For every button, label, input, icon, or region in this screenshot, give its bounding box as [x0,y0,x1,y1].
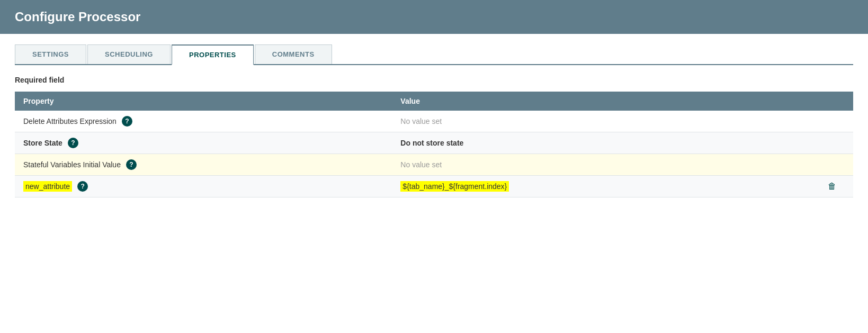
property-cell: Stateful Variables Initial Value ? [23,159,383,170]
property-name: Store State [23,139,62,147]
tab-properties[interactable]: PROPERTIES [172,44,254,65]
value-cell: Do not store state [400,139,463,147]
value-cell-highlighted: ${tab_name}_${fragment.index} [400,181,509,192]
action-cell [811,111,853,132]
help-icon[interactable]: ? [77,181,88,192]
tab-settings[interactable]: SETTINGS [15,44,86,64]
tab-scheduling[interactable]: SCHEDULING [87,44,171,64]
table-row: Stateful Variables Initial Value ? No va… [15,154,853,176]
property-cell: new_attribute ? [23,181,383,192]
property-cell: Delete Attributes Expression ? [23,116,383,127]
table-row: Store State ? Do not store state [15,132,853,154]
property-name: Stateful Variables Initial Value [23,160,121,169]
table-row: Delete Attributes Expression ? No value … [15,111,853,132]
page-title: Configure Processor [15,10,853,24]
property-name-highlighted: new_attribute [23,181,72,192]
value-cell: No value set [400,160,442,169]
help-icon[interactable]: ? [122,116,132,127]
required-field-label: Required field [15,76,853,84]
table-row: new_attribute ? ${tab_name}_${fragment.i… [15,176,853,197]
delete-icon[interactable]: 🗑 [828,182,836,191]
value-column-header: Value [392,92,811,111]
property-column-header: Property [15,92,392,111]
tab-comments[interactable]: COMMENTS [255,44,332,64]
action-cell: 🗑 [811,176,853,197]
header: Configure Processor [0,0,868,34]
properties-table: Property Value Delete Attributes Express… [15,92,853,197]
property-name: Delete Attributes Expression [23,117,117,125]
action-cell [811,154,853,176]
tabs-container: SETTINGS SCHEDULING PROPERTIES COMMENTS [15,44,853,65]
help-icon[interactable]: ? [68,138,78,148]
action-column-header [811,92,853,111]
value-cell: No value set [400,117,442,125]
action-cell [811,132,853,154]
property-cell: Store State ? [23,138,383,148]
help-icon[interactable]: ? [126,159,137,170]
